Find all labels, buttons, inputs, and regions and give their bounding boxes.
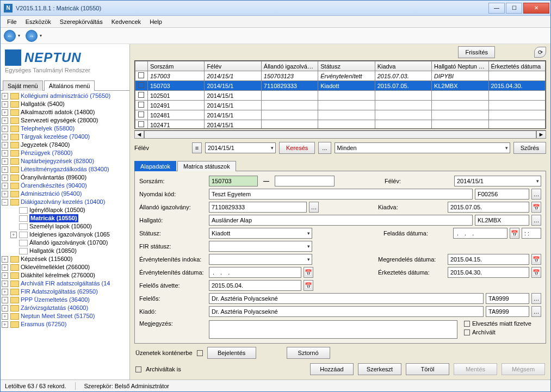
- close-button[interactable]: ✕: [523, 3, 549, 14]
- tree-item[interactable]: Jegyzetek (78400): [21, 141, 70, 149]
- refresh-button[interactable]: Frissítés: [458, 46, 495, 58]
- tree-item[interactable]: Óranyilvántartás (89600): [21, 173, 86, 182]
- expand-icon[interactable]: +: [2, 109, 8, 116]
- felev-select[interactable]: 2014/15/1: [454, 176, 541, 186]
- kiado-input[interactable]: Dr. Asztéria Polyacsekné: [209, 306, 484, 317]
- hallgato-code-input[interactable]: KL2MBX: [475, 215, 529, 226]
- feladas-date-input[interactable]: . . .: [453, 228, 507, 239]
- filter-minden-select[interactable]: Minden: [335, 142, 510, 153]
- expand-icon[interactable]: +: [2, 313, 8, 320]
- archivaltak-checkbox[interactable]: [135, 366, 141, 372]
- nav-back-button[interactable]: ←: [4, 30, 16, 42]
- row-checkbox[interactable]: [138, 102, 144, 108]
- feladas-time-input[interactable]: : :: [522, 228, 541, 239]
- table-row[interactable]: 1025012014/15/1: [135, 91, 546, 101]
- table-row[interactable]: 1507032014/15/17110829333Kiadott2015.07.…: [135, 81, 546, 91]
- expand-icon[interactable]: +: [2, 142, 8, 148]
- row-checkbox[interactable]: [138, 92, 144, 98]
- grid-header-kiadva[interactable]: Kiadva: [375, 61, 431, 71]
- kiadva-input[interactable]: 2015.07.05.: [448, 202, 529, 213]
- allando-input[interactable]: 7110829333: [209, 202, 307, 213]
- table-row[interactable]: 1024812014/15/1: [135, 110, 546, 120]
- tree-item[interactable]: Pénzügyek (78600): [21, 149, 72, 157]
- sorszam-input[interactable]: 150703: [209, 176, 258, 186]
- browse-button[interactable]: …: [531, 215, 541, 226]
- tree-item[interactable]: Naptárbejegyzések (82800): [21, 157, 94, 165]
- tree-item[interactable]: FIR Adatszolgáltatás (62950): [21, 288, 98, 296]
- grid-header-sorszam[interactable]: Sorszám: [147, 61, 204, 71]
- tree-item[interactable]: Erasmus (67250): [21, 320, 66, 328]
- tab-general-menu[interactable]: Általános menü: [44, 80, 95, 91]
- menu-role[interactable]: Szerepkörváltás: [55, 17, 107, 27]
- data-grid[interactable]: Sorszám Félév Állandó igazolván… Státusz…: [134, 60, 546, 129]
- table-row[interactable]: 1024712014/15/1: [135, 120, 546, 129]
- expand-icon[interactable]: +: [2, 117, 8, 124]
- grid-header-neptun[interactable]: Hallgató Neptun …: [432, 61, 488, 71]
- tree-item-selected[interactable]: Matricák (10550): [29, 214, 78, 222]
- tree-item[interactable]: Telephelyek (55800): [21, 125, 75, 133]
- expand-icon[interactable]: +: [2, 166, 8, 173]
- expand-icon[interactable]: +: [2, 281, 8, 287]
- atvette-input[interactable]: 2015.05.04.: [209, 280, 301, 291]
- row-checkbox[interactable]: [138, 111, 144, 117]
- archivalt-checkbox[interactable]: Archívált: [464, 329, 541, 335]
- expand-icon[interactable]: +: [2, 134, 8, 140]
- status-select[interactable]: Kiadott: [209, 228, 312, 239]
- ervdat-input[interactable]: . . .: [209, 267, 301, 278]
- edit-button[interactable]: Szerkeszt: [358, 363, 401, 375]
- row-checkbox[interactable]: [138, 121, 144, 127]
- calendar-icon[interactable]: 📅: [531, 254, 541, 265]
- tree-item[interactable]: Hallgatók (5400): [21, 100, 65, 108]
- expand-icon[interactable]: +: [2, 264, 8, 271]
- browse-button[interactable]: …: [531, 293, 541, 304]
- browse-button[interactable]: …: [309, 202, 319, 213]
- menu-help[interactable]: Help: [145, 17, 166, 27]
- add-button[interactable]: Hozzáad: [310, 363, 354, 375]
- felelos-code-input[interactable]: TA9999: [486, 293, 529, 304]
- expand-icon[interactable]: +: [10, 232, 17, 238]
- kiado-code-input[interactable]: TA9999: [486, 306, 529, 317]
- grid-header-erk[interactable]: Érkeztetés dátuma: [488, 61, 546, 71]
- list-icon[interactable]: ≡: [192, 142, 202, 153]
- delete-button[interactable]: Töröl: [406, 363, 449, 375]
- expand-icon[interactable]: +: [2, 272, 8, 279]
- collapse-icon[interactable]: −: [2, 199, 8, 206]
- nav-forward-button[interactable]: →: [26, 30, 38, 42]
- browse-button[interactable]: …: [531, 306, 541, 317]
- nyomdai-code-input[interactable]: F00256: [475, 189, 529, 200]
- expand-icon[interactable]: +: [2, 93, 8, 99]
- row-checkbox[interactable]: [138, 72, 144, 78]
- tree-item[interactable]: Szervezeti egységek (28000): [21, 116, 98, 125]
- calendar-icon[interactable]: 📅: [304, 267, 313, 278]
- tab-own-menu[interactable]: Saját menü: [3, 80, 43, 91]
- menu-tools[interactable]: Eszközök: [21, 17, 55, 27]
- grid-header-check[interactable]: [135, 61, 148, 71]
- filter-button[interactable]: Szűrés: [513, 142, 546, 154]
- menu-favorites[interactable]: Kedvencek: [107, 17, 145, 27]
- calendar-icon[interactable]: 📅: [531, 202, 541, 213]
- tree-item[interactable]: Hallgatók (10850): [29, 247, 77, 255]
- tree-item[interactable]: Tárgyak kezelése (70400): [21, 133, 90, 141]
- storno-button[interactable]: Sztornó: [287, 347, 330, 359]
- tab-alapadatok[interactable]: Alapadatok: [134, 161, 176, 171]
- uzenetek-checkbox[interactable]: [197, 350, 203, 356]
- nyomdai-input[interactable]: Teszt Egyetem: [209, 189, 473, 200]
- tree-item[interactable]: Képzések (115600): [21, 255, 72, 263]
- tree-item[interactable]: Állandó igazolványok (10700): [29, 239, 108, 247]
- tree-item[interactable]: PPP Üzemeltetés (36400): [21, 296, 90, 304]
- tree-item[interactable]: Diákhitel kérelmek (276000): [21, 271, 95, 279]
- tree-item[interactable]: Órarendkészítés (90400): [21, 182, 87, 190]
- search-button[interactable]: Keresés: [279, 142, 315, 154]
- calendar-icon[interactable]: 📅: [510, 228, 519, 239]
- expand-icon[interactable]: +: [2, 158, 8, 165]
- scroll-left-icon[interactable]: ◄: [134, 130, 144, 139]
- tab-matrica-statuszok[interactable]: Matrica státuszok: [177, 161, 236, 171]
- tree-item[interactable]: Archivált FIR adatszolgáltatás (14: [21, 279, 110, 288]
- expand-icon[interactable]: +: [2, 150, 8, 157]
- tree-item[interactable]: Kollégiumi adminisztráció (75650): [21, 92, 110, 100]
- tree-item[interactable]: Igénylőlapok (10500): [29, 206, 85, 214]
- calendar-icon[interactable]: 📅: [531, 267, 541, 278]
- scroll-right-icon[interactable]: ►: [536, 130, 546, 139]
- tree-item[interactable]: Adminisztráció (95400): [21, 190, 82, 198]
- tree-item[interactable]: Létesítménygazdálkodás (83400): [21, 165, 109, 173]
